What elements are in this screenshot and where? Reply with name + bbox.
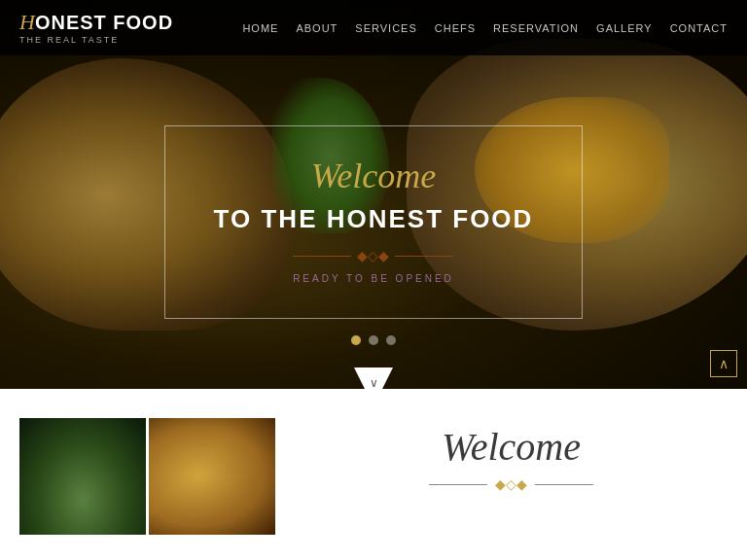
logo-tagline: THE REAL TASTE — [19, 35, 173, 45]
nav-gallery[interactable]: GALLERY — [596, 22, 653, 34]
divider-line-right — [535, 484, 593, 485]
nav-services[interactable]: SERVICES — [355, 22, 416, 34]
logo: H ONEST FOOD THE REAL TASTE — [19, 12, 173, 45]
nav-home[interactable]: HOME — [242, 22, 278, 34]
logo-text: ONEST FOOD — [35, 12, 173, 34]
nav-chefs[interactable]: CHEFS — [435, 22, 476, 34]
below-ornament: ◆◇◆ — [495, 476, 527, 492]
slider-dot-1[interactable] — [351, 335, 361, 345]
food-image-right — [149, 418, 275, 535]
slider-dots — [351, 335, 396, 345]
below-hero-section: Welcome ◆◇◆ — [0, 389, 747, 560]
hero-subtitle: READY TO BE OPENED — [214, 273, 534, 284]
food-images-grid — [19, 418, 275, 535]
hero-welcome-script: Welcome — [214, 156, 534, 196]
scroll-up-button[interactable]: ∧ — [710, 350, 737, 377]
below-welcome-script: Welcome — [442, 428, 581, 467]
divider-line-left — [429, 484, 487, 485]
chevron-up-icon: ∧ — [719, 356, 729, 371]
hero-ornament: ◆◇◆ — [214, 248, 534, 263]
nav-about[interactable]: ABOUT — [296, 22, 338, 34]
nav-reservation[interactable]: RESERVATION — [493, 22, 579, 34]
main-nav: HOME ABOUT SERVICES CHEFS RESERVATION GA… — [242, 22, 728, 34]
nav-contact[interactable]: CONTACT — [670, 22, 728, 34]
hero-main-title: TO THE HONEST FOOD — [214, 204, 534, 234]
below-divider: ◆◇◆ — [429, 476, 593, 492]
hero-box: Welcome TO THE HONEST FOOD ◆◇◆ READY TO … — [164, 125, 584, 319]
slider-dot-2[interactable] — [369, 335, 378, 345]
welcome-text-section: Welcome ◆◇◆ — [275, 418, 747, 492]
slider-dot-3[interactable] — [386, 335, 396, 345]
chevron-down-icon: ∨ — [370, 376, 378, 389]
logo-script-h: H — [19, 12, 35, 33]
hero-section: Welcome TO THE HONEST FOOD ◆◇◆ READY TO … — [0, 0, 747, 389]
food-image-left — [19, 418, 146, 535]
site-header: H ONEST FOOD THE REAL TASTE HOME ABOUT S… — [0, 0, 747, 55]
